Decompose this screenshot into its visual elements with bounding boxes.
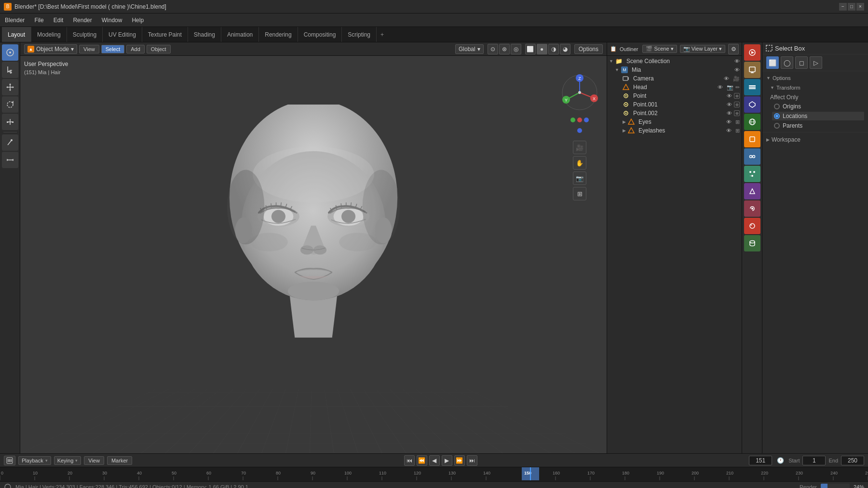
minimize-button[interactable]: − — [839, 3, 847, 11]
mia-eye[interactable]: 👁 — [734, 67, 740, 73]
render-properties-button[interactable] — [744, 44, 760, 61]
point001-eye[interactable]: 👁 — [727, 102, 732, 107]
tab-rendering[interactable]: Rendering — [259, 27, 298, 42]
orthographic-view-button[interactable]: ⊞ — [573, 187, 586, 200]
particles-properties-button[interactable] — [744, 166, 760, 182]
head-edit[interactable]: ✏ — [735, 84, 740, 91]
close-button[interactable]: × — [856, 3, 864, 11]
camera-view-button[interactable]: 📷 — [573, 171, 586, 185]
constraints-properties-button[interactable] — [744, 200, 760, 217]
keying-selector[interactable]: Keying ▾ — [54, 456, 81, 465]
tab-texture-paint[interactable]: Texture Paint — [142, 27, 188, 42]
play-button[interactable]: ▶ — [442, 455, 452, 466]
view-layer-selector[interactable]: 📷 View Layer ▾ — [680, 45, 725, 53]
tab-layout[interactable]: Layout — [2, 27, 31, 42]
outliner-item-scene-collection[interactable]: 📁 Scene Collection 👁 — [607, 57, 742, 66]
parents-radio-item[interactable]: Parents — [772, 121, 864, 130]
eyelashes-eye[interactable]: 👁 — [726, 128, 732, 133]
zoom-camera-button[interactable]: 🎥 — [573, 141, 586, 154]
view-layer-properties-button[interactable] — [744, 79, 760, 95]
select-box-button[interactable]: ⬜ — [766, 56, 779, 69]
object-mode-selector[interactable]: ▲ Object Mode ▾ — [24, 44, 77, 54]
snap-button[interactable]: ⊛ — [499, 44, 510, 54]
material-shading-button[interactable]: ◑ — [548, 44, 559, 54]
head-eye[interactable]: 👁 — [718, 84, 723, 90]
outliner-item-camera[interactable]: Camera 👁 🎥 — [607, 74, 742, 83]
current-frame-display[interactable]: 151 — [749, 456, 772, 465]
locations-radio-item[interactable]: Locations — [772, 112, 864, 120]
camera-render-eye[interactable]: 🎥 — [733, 76, 740, 82]
options-section-title[interactable]: Options — [766, 73, 864, 83]
rotate-tool-button[interactable] — [2, 96, 18, 113]
play-reverse-button[interactable]: ◀ — [429, 455, 440, 466]
step-forward-button[interactable]: ⏩ — [454, 455, 465, 466]
output-properties-button[interactable] — [744, 62, 760, 78]
menu-blender[interactable]: Blender — [0, 13, 29, 26]
scene-collection-eye[interactable]: 👁 — [734, 58, 740, 64]
add-menu-button[interactable]: Add — [126, 45, 145, 53]
jump-to-end-button[interactable]: ⏭ — [467, 455, 477, 466]
select-more-button[interactable]: ▷ — [810, 56, 822, 69]
origins-radio-item[interactable]: Origins — [772, 102, 864, 111]
select-menu-button[interactable]: Select — [101, 45, 125, 53]
point-eye[interactable]: 👁 — [727, 93, 732, 99]
cursor-tool-button[interactable] — [2, 44, 18, 61]
world-properties-button[interactable] — [744, 114, 760, 130]
outliner-body[interactable]: 📁 Scene Collection 👁 M Mia 👁 Camera — [607, 56, 742, 453]
rendered-shading-button[interactable]: ◕ — [560, 44, 570, 54]
eyes-eye[interactable]: 👁 — [726, 119, 732, 125]
timeline-view-button[interactable]: View — [84, 456, 104, 465]
wireframe-shading-button[interactable]: ⬜ — [525, 44, 536, 54]
tab-animation[interactable]: Animation — [221, 27, 259, 42]
object-properties-button[interactable] — [744, 131, 760, 147]
camera-eye[interactable]: 👁 — [724, 76, 729, 81]
scene-properties-button[interactable] — [744, 96, 760, 113]
maximize-button[interactable]: □ — [848, 3, 855, 11]
timeline-ruler[interactable]: 0 10 20 30 40 50 60 70 80 — [0, 467, 868, 481]
walk-mode-button[interactable]: ✋ — [573, 156, 586, 170]
tab-sculpting[interactable]: Sculpting — [67, 27, 103, 42]
select-lasso-button[interactable]: ◻ — [795, 56, 808, 69]
collapse-mia[interactable] — [615, 67, 619, 72]
point001-exclude-btn[interactable]: ⊖ — [734, 102, 740, 107]
outliner-item-eyes[interactable]: Eyes 👁 ⊞ — [607, 118, 742, 126]
scene-selector[interactable]: 🎬 Scene ▾ — [642, 45, 677, 53]
view-menu-button[interactable]: View — [79, 45, 99, 53]
object-menu-button[interactable]: Object — [147, 45, 171, 53]
annotate-tool-button[interactable] — [2, 134, 18, 151]
outliner-item-point[interactable]: Point 👁 ⊖ — [607, 92, 742, 100]
modifiers-properties-button[interactable] — [744, 148, 760, 165]
menu-window[interactable]: Window — [97, 13, 127, 26]
physics-properties-button[interactable] — [744, 183, 760, 199]
workspace-title[interactable]: Workspace — [766, 134, 864, 145]
add-workspace-button[interactable]: + — [377, 31, 388, 38]
outliner-item-mia[interactable]: M Mia 👁 — [607, 66, 742, 74]
solid-shading-button[interactable]: ● — [537, 44, 547, 54]
select-circle-button[interactable]: ◯ — [781, 56, 793, 69]
eyelashes-modifier[interactable]: ⊞ — [735, 128, 740, 134]
menu-help[interactable]: Help — [127, 13, 149, 26]
outliner-item-head[interactable]: Head 👁 📷 ✏ — [607, 83, 742, 92]
outliner-item-eyelashes[interactable]: Eyelashes 👁 ⊞ — [607, 126, 742, 135]
transform-section-title[interactable]: Transform — [770, 83, 864, 92]
menu-file[interactable]: File — [29, 13, 48, 26]
tab-modeling[interactable]: Modeling — [31, 27, 67, 42]
end-frame-input[interactable]: 250 — [841, 456, 864, 465]
transform-orientation-selector[interactable]: Global ▾ — [455, 44, 484, 54]
eyes-modifier[interactable]: ⊞ — [735, 119, 740, 125]
outliner-settings-button[interactable]: ⚙ — [728, 44, 739, 54]
tab-shading[interactable]: Shading — [188, 27, 221, 42]
material-properties-button[interactable] — [744, 218, 760, 234]
tab-scripting[interactable]: Scripting — [342, 27, 377, 42]
menu-render[interactable]: Render — [68, 13, 96, 26]
tab-uv-editing[interactable]: UV Editing — [103, 27, 142, 42]
timeline-marker-button[interactable]: Marker — [107, 456, 132, 465]
tab-compositing[interactable]: Compositing — [298, 27, 342, 42]
viewport-area[interactable]: ▲ Object Mode ▾ View Select Add Object G… — [20, 42, 607, 453]
measure-tool-button[interactable] — [2, 152, 18, 168]
timeline-editor-button[interactable] — [4, 456, 15, 465]
outliner-item-point002[interactable]: Point.002 👁 ⊖ — [607, 109, 742, 118]
menu-edit[interactable]: Edit — [49, 13, 68, 26]
point002-eye[interactable]: 👁 — [727, 110, 732, 116]
pivot-point-button[interactable]: ⊙ — [488, 44, 498, 54]
